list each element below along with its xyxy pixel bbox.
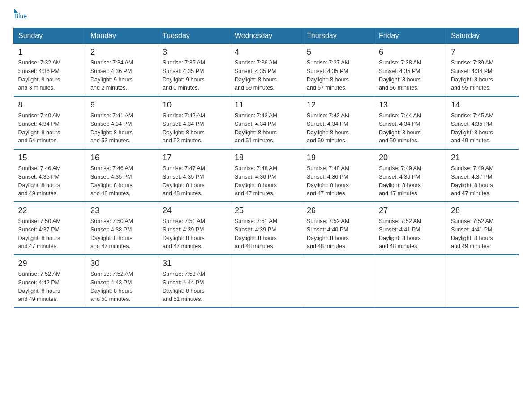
day-info: Sunrise: 7:37 AMSunset: 4:35 PMDaylight:… — [307, 59, 369, 92]
week-row-2: 8Sunrise: 7:40 AMSunset: 4:34 PMDaylight… — [14, 96, 519, 149]
day-info: Sunrise: 7:40 AMSunset: 4:34 PMDaylight:… — [18, 111, 82, 145]
day-info: Sunrise: 7:53 AMSunset: 4:44 PMDaylight:… — [163, 270, 225, 304]
calendar-cell: 31Sunrise: 7:53 AMSunset: 4:44 PMDayligh… — [158, 255, 230, 308]
day-info: Sunrise: 7:49 AMSunset: 4:36 PMDaylight:… — [379, 164, 442, 198]
calendar-cell: 21Sunrise: 7:49 AMSunset: 4:37 PMDayligh… — [446, 149, 519, 202]
calendar-cell: 25Sunrise: 7:51 AMSunset: 4:39 PMDayligh… — [230, 202, 302, 255]
calendar-cell: 20Sunrise: 7:49 AMSunset: 4:36 PMDayligh… — [374, 149, 446, 202]
day-number: 10 — [163, 100, 225, 110]
calendar-cell: 16Sunrise: 7:46 AMSunset: 4:35 PMDayligh… — [86, 149, 158, 202]
header-monday: Monday — [86, 28, 158, 44]
day-info: Sunrise: 7:32 AMSunset: 4:36 PMDaylight:… — [18, 59, 82, 92]
calendar-cell: 27Sunrise: 7:52 AMSunset: 4:41 PMDayligh… — [374, 202, 446, 255]
day-info: Sunrise: 7:41 AMSunset: 4:34 PMDaylight:… — [90, 111, 153, 145]
day-info: Sunrise: 7:51 AMSunset: 4:39 PMDaylight:… — [235, 217, 297, 251]
calendar-table: SundayMondayTuesdayWednesdayThursdayFrid… — [13, 28, 519, 308]
calendar-cell: 18Sunrise: 7:48 AMSunset: 4:36 PMDayligh… — [230, 149, 302, 202]
day-number: 18 — [235, 153, 297, 163]
day-number: 31 — [163, 259, 225, 268]
day-number: 15 — [18, 153, 82, 163]
day-number: 6 — [379, 47, 442, 57]
calendar-cell — [374, 255, 446, 308]
day-info: Sunrise: 7:52 AMSunset: 4:42 PMDaylight:… — [18, 270, 82, 304]
calendar-cell: 6Sunrise: 7:38 AMSunset: 4:35 PMDaylight… — [374, 44, 446, 97]
calendar-cell: 8Sunrise: 7:40 AMSunset: 4:34 PMDaylight… — [14, 96, 86, 149]
calendar-cell — [446, 255, 519, 308]
day-number: 27 — [379, 206, 442, 215]
day-number: 4 — [235, 47, 297, 57]
logo: Blue — [13, 9, 27, 20]
day-info: Sunrise: 7:49 AMSunset: 4:37 PMDaylight:… — [451, 164, 514, 198]
calendar-cell: 12Sunrise: 7:43 AMSunset: 4:34 PMDayligh… — [302, 96, 374, 149]
day-number: 23 — [90, 206, 153, 215]
day-number: 25 — [235, 206, 297, 215]
day-number: 20 — [379, 153, 442, 163]
week-row-3: 15Sunrise: 7:46 AMSunset: 4:35 PMDayligh… — [14, 149, 519, 202]
day-number: 14 — [451, 100, 514, 110]
calendar-cell: 3Sunrise: 7:35 AMSunset: 4:35 PMDaylight… — [158, 44, 230, 97]
day-info: Sunrise: 7:34 AMSunset: 4:36 PMDaylight:… — [90, 59, 153, 92]
calendar-cell: 23Sunrise: 7:50 AMSunset: 4:38 PMDayligh… — [86, 202, 158, 255]
day-number: 7 — [451, 47, 514, 57]
day-info: Sunrise: 7:52 AMSunset: 4:41 PMDaylight:… — [379, 217, 442, 251]
day-info: Sunrise: 7:50 AMSunset: 4:38 PMDaylight:… — [90, 217, 153, 251]
day-info: Sunrise: 7:39 AMSunset: 4:34 PMDaylight:… — [451, 59, 514, 92]
day-info: Sunrise: 7:46 AMSunset: 4:35 PMDaylight:… — [18, 164, 82, 198]
day-info: Sunrise: 7:52 AMSunset: 4:41 PMDaylight:… — [451, 217, 514, 251]
calendar-cell: 7Sunrise: 7:39 AMSunset: 4:34 PMDaylight… — [446, 44, 519, 97]
calendar-cell: 26Sunrise: 7:52 AMSunset: 4:40 PMDayligh… — [302, 202, 374, 255]
header-tuesday: Tuesday — [158, 28, 230, 44]
week-row-5: 29Sunrise: 7:52 AMSunset: 4:42 PMDayligh… — [14, 255, 519, 308]
calendar-cell: 19Sunrise: 7:48 AMSunset: 4:36 PMDayligh… — [302, 149, 374, 202]
week-row-4: 22Sunrise: 7:50 AMSunset: 4:37 PMDayligh… — [14, 202, 519, 255]
day-info: Sunrise: 7:51 AMSunset: 4:39 PMDaylight:… — [163, 217, 225, 251]
header-thursday: Thursday — [302, 28, 374, 44]
calendar-cell: 24Sunrise: 7:51 AMSunset: 4:39 PMDayligh… — [158, 202, 230, 255]
day-number: 17 — [163, 153, 225, 163]
day-info: Sunrise: 7:48 AMSunset: 4:36 PMDaylight:… — [235, 164, 297, 198]
day-number: 30 — [90, 259, 153, 268]
day-info: Sunrise: 7:36 AMSunset: 4:35 PMDaylight:… — [235, 59, 297, 92]
calendar-cell: 30Sunrise: 7:52 AMSunset: 4:43 PMDayligh… — [86, 255, 158, 308]
day-number: 28 — [451, 206, 514, 215]
calendar-header-row: SundayMondayTuesdayWednesdayThursdayFrid… — [14, 28, 519, 44]
header-wednesday: Wednesday — [230, 28, 302, 44]
calendar-cell — [302, 255, 374, 308]
day-info: Sunrise: 7:47 AMSunset: 4:35 PMDaylight:… — [163, 164, 225, 198]
day-number: 5 — [307, 47, 369, 57]
day-number: 22 — [18, 206, 82, 215]
calendar-cell: 5Sunrise: 7:37 AMSunset: 4:35 PMDaylight… — [302, 44, 374, 97]
calendar-cell: 4Sunrise: 7:36 AMSunset: 4:35 PMDaylight… — [230, 44, 302, 97]
calendar-cell — [230, 255, 302, 308]
day-info: Sunrise: 7:50 AMSunset: 4:37 PMDaylight:… — [18, 217, 82, 251]
day-number: 29 — [18, 259, 82, 268]
page-header: Blue — [13, 9, 519, 20]
week-row-1: 1Sunrise: 7:32 AMSunset: 4:36 PMDaylight… — [14, 44, 519, 97]
day-info: Sunrise: 7:52 AMSunset: 4:43 PMDaylight:… — [90, 270, 153, 304]
day-info: Sunrise: 7:52 AMSunset: 4:40 PMDaylight:… — [307, 217, 369, 251]
day-number: 19 — [307, 153, 369, 163]
header-sunday: Sunday — [14, 28, 86, 44]
day-number: 9 — [90, 100, 153, 110]
calendar-cell: 13Sunrise: 7:44 AMSunset: 4:34 PMDayligh… — [374, 96, 446, 149]
calendar-cell: 10Sunrise: 7:42 AMSunset: 4:34 PMDayligh… — [158, 96, 230, 149]
day-info: Sunrise: 7:42 AMSunset: 4:34 PMDaylight:… — [235, 111, 297, 145]
day-info: Sunrise: 7:48 AMSunset: 4:36 PMDaylight:… — [307, 164, 369, 198]
calendar-cell: 11Sunrise: 7:42 AMSunset: 4:34 PMDayligh… — [230, 96, 302, 149]
day-number: 21 — [451, 153, 514, 163]
day-number: 11 — [235, 100, 297, 110]
calendar-cell: 15Sunrise: 7:46 AMSunset: 4:35 PMDayligh… — [14, 149, 86, 202]
logo-subtitle: Blue — [14, 13, 27, 20]
day-number: 2 — [90, 47, 153, 57]
day-info: Sunrise: 7:45 AMSunset: 4:35 PMDaylight:… — [451, 111, 514, 145]
day-info: Sunrise: 7:46 AMSunset: 4:35 PMDaylight:… — [90, 164, 153, 198]
day-number: 26 — [307, 206, 369, 215]
day-number: 8 — [18, 100, 82, 110]
calendar-cell: 9Sunrise: 7:41 AMSunset: 4:34 PMDaylight… — [86, 96, 158, 149]
header-friday: Friday — [374, 28, 446, 44]
day-info: Sunrise: 7:43 AMSunset: 4:34 PMDaylight:… — [307, 111, 369, 145]
calendar-cell: 17Sunrise: 7:47 AMSunset: 4:35 PMDayligh… — [158, 149, 230, 202]
day-info: Sunrise: 7:44 AMSunset: 4:34 PMDaylight:… — [379, 111, 442, 145]
day-number: 12 — [307, 100, 369, 110]
calendar-cell: 28Sunrise: 7:52 AMSunset: 4:41 PMDayligh… — [446, 202, 519, 255]
